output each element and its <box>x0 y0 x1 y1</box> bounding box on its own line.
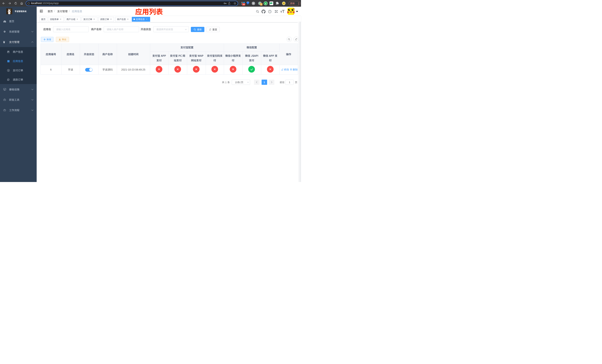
svg-text:?: ? <box>269 11 270 13</box>
svg-text:y: y <box>265 2 266 5</box>
